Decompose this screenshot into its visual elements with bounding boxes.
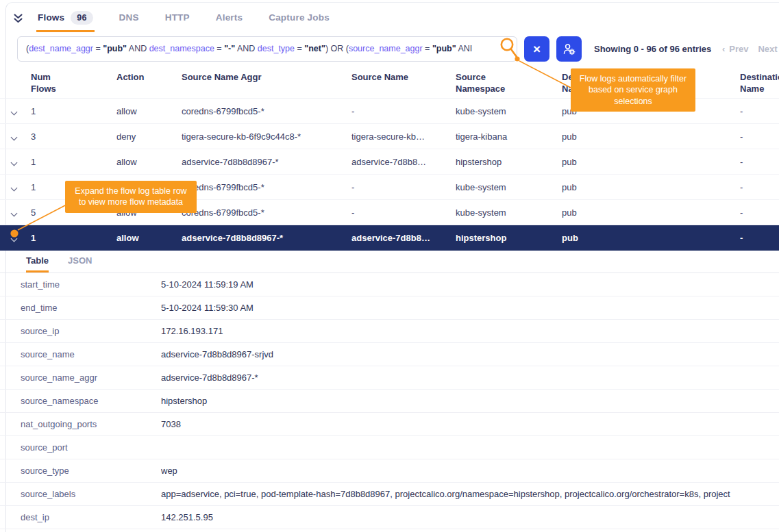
detail-value: adservice-7d8b8d8967-srjvd: [161, 349, 779, 359]
user-gear-icon: [562, 42, 576, 55]
close-icon: ×: [533, 42, 541, 55]
detail-value: 5-10-2024 11:59:19 AM: [161, 279, 779, 290]
flow-cell: -: [351, 182, 456, 192]
query-segment-op: ) OR (: [325, 44, 349, 53]
flow-cell: -: [740, 233, 779, 243]
query-segment-op: AND: [235, 44, 258, 53]
flow-cell: -: [740, 106, 779, 116]
detail-row: dest_ip142.251.5.95: [0, 506, 779, 529]
flow-row-selected[interactable]: 1allowadservice-7d8b8d8967-*adservice-7d…: [0, 225, 779, 251]
column-header[interactable]: Source Name Aggr: [182, 72, 351, 84]
chevron-left-icon: ‹: [722, 44, 725, 54]
flow-cell: adservice-7d8b8d8967-*: [182, 233, 351, 243]
filter-query-text: (dest_name_aggr = "pub" AND dest_namespa…: [26, 44, 472, 53]
detail-key: source_type: [21, 466, 161, 476]
detail-row: source_typewep: [0, 459, 779, 483]
flow-cell: tigera-secure-kb…: [351, 131, 456, 142]
tab-label: Capture Jobs: [269, 12, 330, 23]
query-segment-op: AND: [127, 44, 149, 53]
expand-row-icon[interactable]: [11, 159, 18, 166]
query-segment-op: =: [93, 44, 103, 53]
flow-cell: allow: [116, 157, 182, 167]
flow-cell: hipstershop: [456, 233, 562, 243]
filter-settings-button[interactable]: [556, 36, 582, 62]
query-segment-field: dest_namespace: [149, 44, 214, 53]
expand-row-icon[interactable]: [11, 210, 18, 216]
expand-row-icon[interactable]: [11, 108, 18, 115]
clear-filter-button[interactable]: ×: [524, 36, 549, 62]
column-header[interactable]: Source Name: [351, 72, 456, 84]
flow-cell: pub: [562, 233, 740, 243]
flow-cell: 3: [31, 131, 116, 142]
detail-row: nat_outgoing_ports7038: [0, 413, 779, 436]
collapse-panel-icon[interactable]: [12, 14, 24, 24]
detail-table: start_time5-10-2024 11:59:19 AMend_time5…: [0, 273, 779, 529]
flow-cell: hipstershop: [456, 157, 562, 167]
flow-cell: -: [740, 131, 779, 142]
detail-value: wep: [161, 466, 779, 476]
tab-alerts[interactable]: Alerts: [214, 5, 244, 32]
detail-row: source_name_aggradservice-7d8b8d8967-*: [0, 366, 779, 390]
detail-tab-bar: TableJSON: [0, 251, 779, 273]
query-segment-field: dest_name_aggr: [29, 44, 93, 53]
flow-row[interactable]: 3denytigera-secure-kb-6f9c9c44c8-*tigera…: [0, 124, 779, 149]
flow-cell: 1: [31, 157, 116, 167]
next-button[interactable]: Next›: [758, 44, 779, 54]
detail-row: source_namespacehipstershop: [0, 390, 779, 413]
expand-row-icon[interactable]: [11, 184, 18, 191]
detail-tab-table[interactable]: Table: [26, 251, 49, 273]
flow-cell: coredns-6799fbcd5-*: [182, 106, 351, 116]
flow-cell: adservice-7d8b8…: [351, 233, 456, 243]
tab-capture-jobs[interactable]: Capture Jobs: [267, 5, 331, 32]
flow-cell: deny: [116, 131, 182, 142]
query-segment-op: ANI: [456, 44, 473, 53]
query-segment-op: =: [295, 44, 304, 53]
tab-label: HTTP: [165, 12, 190, 23]
flow-cell: adservice-7d8b8d8967-*: [182, 157, 351, 167]
tab-http[interactable]: HTTP: [164, 5, 191, 32]
detail-key: nat_outgoing_ports: [21, 419, 161, 429]
detail-tab-json[interactable]: JSON: [68, 251, 92, 273]
detail-row: source_port: [0, 436, 779, 459]
tab-strip: Flows96DNSHTTPAlertsCapture Jobs: [36, 5, 331, 32]
column-header[interactable]: Num Flows: [31, 72, 116, 95]
query-segment-value: "-": [224, 44, 235, 53]
expand-row-icon[interactable]: [11, 134, 18, 140]
flow-cell: 1: [31, 106, 116, 116]
entries-count: Showing 0 - 96 of 96 entries: [594, 44, 711, 54]
detail-row: source_ip172.16.193.171: [0, 320, 779, 343]
tab-label: DNS: [119, 12, 139, 23]
flow-cell: tigera-kibana: [456, 131, 562, 142]
tab-flows[interactable]: Flows96: [36, 5, 95, 32]
column-header[interactable]: Destination Name: [740, 72, 779, 95]
detail-row: source_nameadservice-7d8b8d8967-srjvd: [0, 343, 779, 366]
top-tab-bar: Flows96DNSHTTPAlertsCapture Jobs: [12, 5, 331, 32]
detail-value: hipstershop: [161, 396, 779, 406]
flow-cell: coredns-6799fbcd5-*: [182, 207, 351, 218]
flow-table-body: 1allowcoredns-6799fbcd5-*-kube-systempub…: [0, 99, 779, 251]
flow-cell: kube-system: [456, 106, 562, 116]
flow-cell: -: [351, 207, 456, 218]
flow-cell: -: [740, 207, 779, 218]
flow-cell: -: [351, 106, 456, 116]
detail-value: 172.16.193.171: [161, 326, 779, 336]
expand-row-icon[interactable]: [11, 236, 18, 242]
flow-row[interactable]: 1allowadservice-7d8b8d8967-*adservice-7d…: [0, 149, 779, 175]
column-header[interactable]: Source Namespace: [456, 72, 562, 95]
detail-key: source_name: [21, 349, 161, 359]
prev-button[interactable]: ‹Prev: [722, 44, 749, 54]
flow-cell: -: [740, 157, 779, 167]
flow-cell: kube-system: [456, 207, 562, 218]
callout-service-graph-filter: Flow logs automatically filter based on …: [571, 68, 695, 112]
detail-value: app=adservice, pci=true, pod-template-ha…: [161, 489, 779, 499]
filter-query-input[interactable]: (dest_name_aggr = "pub" AND dest_namespa…: [17, 36, 517, 62]
flow-cell: pub: [562, 131, 740, 142]
flow-cell: pub: [562, 157, 740, 167]
detail-value: adservice-7d8b8d8967-*: [161, 372, 779, 383]
column-header[interactable]: Action: [116, 72, 182, 84]
tab-dns[interactable]: DNS: [118, 5, 140, 32]
flow-cell: adservice-7d8b8…: [351, 157, 456, 167]
tab-label: Flows: [38, 12, 64, 23]
filter-bar: (dest_name_aggr = "pub" AND dest_namespa…: [17, 36, 779, 62]
detail-key: end_time: [21, 303, 161, 313]
